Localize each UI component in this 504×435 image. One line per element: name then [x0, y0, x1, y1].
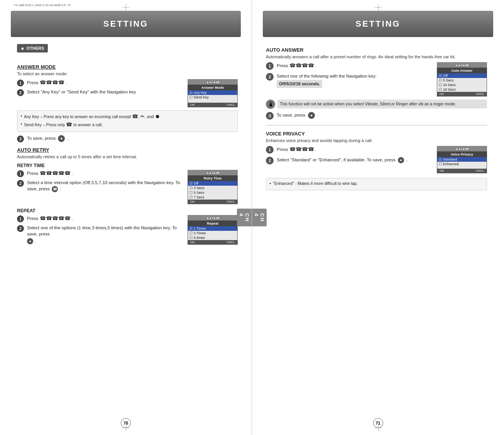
retry-time-steps: 1 Press ☎☎☎☎☎ . 2 Select a time interval… [17, 170, 238, 204]
repeat-item-1: ☑1 Times [188, 226, 237, 231]
right-header-title: SETTING [355, 19, 400, 29]
aa-item-10s: ☐10 Secs [437, 83, 487, 87]
step-3-circle: 3 [17, 135, 24, 142]
screen-item-anykey: ☑ Any Key [188, 90, 237, 95]
aa-step-3-text: To save, press ● . [277, 112, 487, 119]
aa-step-3-circle: 3 [266, 112, 274, 120]
vp-step-2: 2 Select "Standard" or "Enhanced", if av… [266, 157, 433, 164]
answer-step-2: 2 Select "Any Key" or "Send Key" with th… [17, 89, 184, 96]
repeat-steps: 1 Press ☎☎☎☎☎ . 2 Select one of the opti… [17, 215, 238, 246]
section-divider [266, 125, 487, 125]
vp-step-2-circle: 2 [266, 157, 274, 164]
save-btn-3[interactable]: ● [58, 135, 65, 142]
retry-step-1: 1 Press ☎☎☎☎☎ . [17, 170, 184, 177]
note-1: Any Key – Press any key to answer an inc… [20, 113, 234, 120]
vp-item-standard: ☑Standard [437, 157, 487, 162]
screen-footer-1: OK CNCL [188, 103, 237, 107]
auto-retry-title: AUTO RETRY [17, 147, 238, 153]
answer-mode-title: ANSWER MODE [17, 64, 238, 70]
answer-mode-notes: Any Key – Press any key to answer an inc… [17, 110, 238, 132]
vp-step-1-text: Press ☎☎☎☎ . [277, 146, 433, 153]
aa-item-off: ☑Off [437, 73, 487, 78]
auto-answer-desc: Automatically answers a call after a pre… [266, 54, 487, 59]
repeat-step-2-circle: 2 [17, 225, 24, 232]
vp-step-1: 1 Press ☎☎☎☎ . [266, 146, 433, 154]
retry-time-screen: ▲▲≡▲●■ Retry Time ☑Off ☐3 Secs ☐5 Secs ☐… [188, 170, 238, 204]
aa-save-btn[interactable]: ● [308, 112, 315, 119]
screen-top-bar-1: ▲▲≡▲●■ [188, 79, 238, 85]
answer-mode-screen: ▲▲≡▲●■ Answer Mode ☑ Any Key ☐ Send Key [188, 79, 238, 107]
vp-step-2-text: Select "Standard" or "Enhanced", if avai… [277, 157, 433, 163]
repeat-screen-footer: OK CNCL [188, 240, 237, 244]
repeat-step-2-text: Select one of the options (1 time,3 time… [27, 225, 184, 244]
repeat-save-btn[interactable]: ● [27, 238, 33, 244]
retry-time-block: RETRY TIME 1 Press ☎☎☎☎☎ . 2 [17, 163, 238, 204]
retry-time-left: 1 Press ☎☎☎☎☎ . 2 Select a time interval… [17, 170, 184, 204]
aa-highlight: Off/5/10/18 seconds. [277, 80, 322, 88]
retry-screen-box: Retry Time ☑Off ☐3 Secs ☐5 Secs ☐7 Secs … [188, 175, 238, 204]
step-2-circle: 2 [17, 89, 24, 96]
repeat-step-1-text: Press ☎☎☎☎☎ . [27, 215, 184, 222]
right-header-band: SETTING [263, 11, 493, 37]
left-page: TX-30B 5/15-1 2002.5.20 16:40페이지 70 SETT… [0, 0, 252, 435]
screen-title-1: Answer Mode [188, 85, 237, 90]
voice-privacy-steps-col: 1 Press ☎☎☎☎ . 2 Select "Standard" or "E… [266, 146, 433, 167]
answer-step-3: 3 To save, press ● . [17, 135, 238, 142]
step-1-circle: 1 [17, 80, 24, 86]
retry-icons: ☎☎☎☎☎ [40, 170, 71, 176]
vp-item-enhanced: ☐Enhanced [437, 162, 487, 166]
auto-retry-section: AUTO RETRY Automatically retries a call … [17, 147, 238, 246]
answer-mode-section: ANSWER MODE To select an answer mode: 1 … [17, 64, 238, 142]
retry-save-btn[interactable]: ☎ [52, 186, 58, 192]
repeat-step-1-circle: 1 [17, 215, 24, 222]
auto-answer-title: AUTO ANSWER [266, 47, 487, 53]
left-page-num: 70 [121, 418, 131, 428]
repeat-screen-title: Repeat [188, 221, 237, 226]
right-content: AUTO ANSWER Automatically answers a call… [252, 37, 504, 200]
repeat-icons: ☎☎☎☎☎ [40, 215, 71, 221]
right-chapter-tag: CH4 [252, 208, 267, 227]
right-page-num: 71 [373, 418, 383, 428]
step1-icons: ☎☎☎☎ [40, 80, 66, 85]
retry-screen-top: ▲▲≡▲●■ [188, 170, 238, 175]
left-content: OTHERS ANSWER MODE To select an answer m… [0, 37, 252, 257]
repeat-block: REPEAT 1 Press ☎☎☎☎☎ . 2 [17, 208, 238, 246]
auto-answer-steps-col: 1 Press ☎☎☎☎ . 2 Select one of the follo… [266, 62, 433, 91]
voice-privacy-screen: ▲▲≡▲●■ Voice Privacy ☑Standard ☐Enhanced… [437, 146, 487, 173]
aa-note-text: This function will not be active when yo… [277, 100, 487, 108]
vp-step-1-circle: 1 [266, 146, 274, 154]
auto-retry-desc: Automatically retries a call up to 5 tim… [17, 154, 238, 159]
repeat-item-3: ☐3 Times [188, 231, 237, 235]
repeat-subtitle: REPEAT [17, 208, 238, 213]
answer-mode-steps: 1 Press ☎☎☎☎ . 2 Select "Any Key" or "Se… [17, 79, 238, 107]
aa-step-2-circle: 2 [266, 73, 274, 81]
repeat-screen: ▲▲≡▲●■ Repeat ☑1 Times ☐3 Times ☐5 times… [188, 215, 238, 246]
step-2-text: Select "Any Key" or "Send Key" with the … [27, 89, 184, 95]
vp-step1-icons: ☎☎☎☎ [289, 146, 314, 152]
voice-privacy-desc: Enhances voice privacy and avoids tappin… [266, 138, 487, 143]
vp-screen-top: ▲▲≡▲●■ [437, 146, 487, 151]
aa-note-icon: 📱 [266, 100, 275, 109]
aa-screen-title: Auto Answer [437, 68, 487, 73]
repeat-left: 1 Press ☎☎☎☎☎ . 2 Select one of the opti… [17, 215, 184, 246]
step-1-text: Press ☎☎☎☎ . [27, 79, 184, 86]
aa-step-1-text: Press ☎☎☎☎ . [277, 62, 433, 69]
aa-step-3: 3 To save, press ● . [266, 112, 487, 120]
retry-item-off: ☑Off [188, 181, 237, 186]
aa-note-row: 📱 This function will not be active when … [266, 100, 487, 109]
crosshair-top-right [375, 4, 382, 11]
vp-save-btn[interactable]: ● [398, 157, 404, 163]
left-header-title: SETTING [103, 19, 148, 29]
answer-mode-steps-left: 1 Press ☎☎☎☎ . 2 Select "Any Key" or "Se… [17, 79, 184, 107]
retry-item-3s: ☐3 Secs [188, 186, 237, 190]
screen-item-sendkey: ☐ Send Key [188, 95, 237, 100]
right-page: SETTING AUTO ANSWER Automatically answer… [252, 0, 504, 435]
repeat-step-2: 2 Select one of the options (1 time,3 ti… [17, 225, 184, 244]
retry-screen-footer: OK CNCL [188, 200, 237, 204]
auto-answer-screen: ▲▲≡▲●■ Auto Answer ☑Off ☐5 Secs ☐10 Secs… [437, 62, 487, 96]
crosshair-top [122, 4, 129, 11]
retry-screen-title: Retry Time [188, 176, 237, 181]
aa-step-2: 2 Select one of the following with the N… [266, 73, 433, 89]
vp-screen-title: Voice Privacy [437, 152, 487, 157]
repeat-screen-top: ▲▲≡▲●■ [188, 215, 238, 220]
